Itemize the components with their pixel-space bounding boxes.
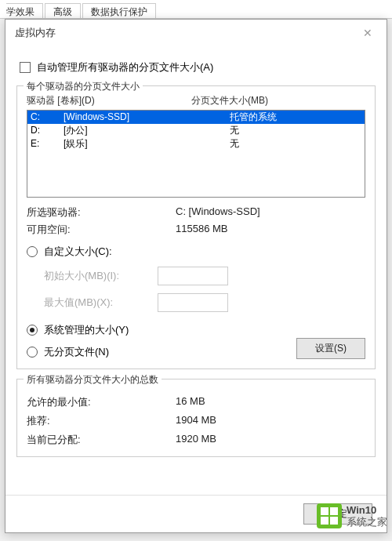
titlebar: 虚拟内存 ✕	[5, 20, 387, 46]
close-icon[interactable]: ✕	[358, 24, 377, 42]
drive-row-e[interactable]: E: [娱乐] 无	[27, 137, 365, 151]
drive-letter: C:	[29, 111, 64, 124]
per-drive-group: 每个驱动器的分页文件大小 驱动器 [卷标](D) 分页文件大小(MB) C: […	[16, 85, 376, 369]
tab-visual-effects[interactable]: 学效果	[6, 3, 43, 18]
radio-icon	[27, 325, 38, 336]
radio-custom-size[interactable]: 自定义大小(C):	[27, 245, 365, 259]
ok-button[interactable]: 确定	[303, 503, 372, 525]
radio-no-paging[interactable]: 无分页文件(N)	[27, 345, 296, 359]
tab-advanced[interactable]: 高级	[45, 3, 81, 18]
max-size-input[interactable]	[158, 293, 228, 312]
drive-letter: D:	[29, 124, 64, 137]
drive-label: [Windows-SSD]	[64, 111, 198, 124]
checkbox-icon	[20, 62, 31, 73]
drive-list[interactable]: C: [Windows-SSD] 托管的系统 D: [办公] 无 E: [娱乐]…	[27, 110, 365, 198]
totals-group: 所有驱动器分页文件大小的总数 允许的最小值: 16 MB 推荐: 1904 MB…	[16, 379, 376, 457]
free-space-label: 可用空间:	[27, 223, 176, 237]
cur-value: 1920 MB	[176, 433, 365, 447]
min-value: 16 MB	[176, 395, 365, 409]
auto-manage-checkbox[interactable]: 自动管理所有驱动器的分页文件大小(A)	[20, 60, 376, 74]
radio-icon	[27, 246, 38, 257]
rec-label: 推荐:	[27, 414, 176, 428]
totals-caption: 所有驱动器分页文件大小的总数	[24, 373, 162, 387]
initial-size-label: 初始大小(MB)(I):	[44, 269, 158, 283]
drive-pf: 无	[198, 137, 363, 151]
dialog-title: 虚拟内存	[15, 26, 358, 40]
selected-drive-label: 所选驱动器:	[27, 205, 176, 220]
drive-list-header: 驱动器 [卷标](D) 分页文件大小(MB)	[27, 94, 365, 107]
background-tabs: 学效果 高级 数据执行保护	[0, 0, 392, 19]
drive-row-d[interactable]: D: [办公] 无	[27, 124, 365, 137]
selected-drive-value: C: [Windows-SSD]	[176, 205, 365, 220]
drive-pf: 无	[198, 124, 363, 137]
drive-letter: E:	[29, 137, 64, 151]
tab-dep[interactable]: 数据执行保护	[82, 3, 156, 18]
radio-system-label: 系统管理的大小(Y)	[44, 323, 129, 337]
radio-none-label: 无分页文件(N)	[44, 345, 109, 359]
col-drive-header: 驱动器 [卷标](D)	[27, 94, 191, 107]
drive-row-c[interactable]: C: [Windows-SSD] 托管的系统	[27, 111, 365, 124]
drive-label: [办公]	[64, 124, 198, 137]
free-space-value: 115586 MB	[176, 223, 365, 237]
radio-icon	[27, 347, 38, 358]
rec-value: 1904 MB	[176, 414, 365, 428]
radio-system-managed[interactable]: 系统管理的大小(Y)	[27, 323, 365, 337]
drive-label: [娱乐]	[64, 137, 198, 151]
col-size-header: 分页文件大小(MB)	[191, 94, 365, 107]
max-size-label: 最大值(MB)(X):	[44, 296, 158, 310]
virtual-memory-dialog: 虚拟内存 ✕ 自动管理所有驱动器的分页文件大小(A) 每个驱动器的分页文件大小 …	[5, 19, 387, 533]
set-button[interactable]: 设置(S)	[296, 338, 365, 359]
auto-manage-label: 自动管理所有驱动器的分页文件大小(A)	[37, 60, 213, 74]
cur-label: 当前已分配:	[27, 433, 176, 447]
drive-pf: 托管的系统	[198, 111, 363, 124]
group-caption: 每个驱动器的分页文件大小	[24, 80, 143, 93]
min-label: 允许的最小值:	[27, 395, 176, 409]
radio-custom-label: 自定义大小(C):	[44, 245, 112, 259]
dialog-buttons: 确定	[5, 495, 387, 532]
initial-size-input[interactable]	[158, 267, 228, 285]
